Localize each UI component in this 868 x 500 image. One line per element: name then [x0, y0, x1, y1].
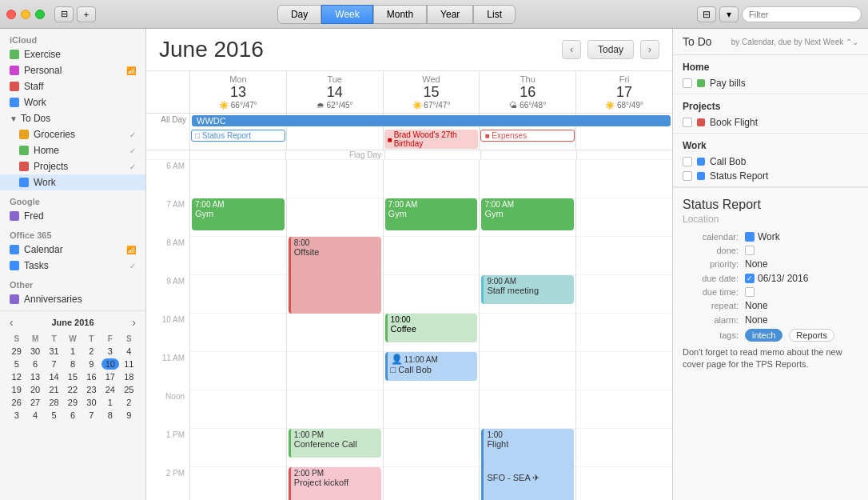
sidebar-item-anniversaries[interactable]: Anniversaries [0, 291, 145, 307]
mini-cal-day[interactable]: 6 [26, 358, 43, 370]
mini-cal-day[interactable]: 2 [83, 346, 100, 357]
mini-cal-day[interactable]: 20 [26, 384, 43, 395]
due-date-checkbox[interactable]: ✓ [745, 274, 755, 283]
tag-reports[interactable]: Reports [789, 329, 834, 342]
thu-gym-event[interactable]: 7:00 AM Gym [481, 198, 574, 230]
personal-checkbox[interactable] [10, 66, 19, 75]
next-week-button[interactable]: › [640, 40, 659, 59]
sidebar-item-home-todo[interactable]: Home ✓ [0, 142, 145, 158]
mini-cal-day[interactable]: 27 [26, 397, 43, 408]
mini-cal-day[interactable]: 5 [46, 410, 62, 421]
mini-cal-day[interactable]: 25 [121, 384, 137, 395]
tue-project-kickoff-event[interactable]: 2:00 PM Project kickoff [289, 467, 381, 500]
mini-cal-day[interactable]: 8 [102, 410, 118, 421]
mini-cal-day[interactable]: 18 [121, 371, 137, 382]
mini-cal-day[interactable]: 8 [64, 358, 81, 370]
mini-cal-day[interactable]: 13 [26, 371, 43, 382]
mini-cal-day[interactable]: 28 [46, 397, 62, 408]
sidebar-item-staff[interactable]: Staff [0, 78, 145, 94]
mini-cal-day[interactable]: 2 [121, 397, 137, 408]
mini-cal-day[interactable]: 4 [121, 346, 137, 357]
mon-gym-event[interactable]: 7:00 AM Gym [192, 198, 285, 230]
sidebar-item-work-icloud[interactable]: Work [0, 94, 145, 110]
calendar-o365-checkbox[interactable] [10, 245, 19, 254]
mini-cal-day[interactable]: 22 [64, 384, 81, 395]
work-icloud-checkbox[interactable] [10, 98, 19, 107]
mini-cal-day[interactable]: 29 [8, 346, 25, 357]
maximize-button[interactable] [35, 10, 45, 19]
done-checkbox[interactable] [745, 246, 755, 255]
tasks-checkbox[interactable] [10, 261, 19, 270]
mini-cal-day[interactable]: 14 [46, 371, 62, 382]
thu-flight-event[interactable]: 1:00 Flight SFO - SEA ✈ [481, 429, 574, 500]
mini-cal-prev[interactable]: ‹ [6, 316, 17, 329]
home-todo-checkbox[interactable] [19, 146, 29, 155]
todo-item-book-flight[interactable]: Book Flight [673, 115, 868, 130]
sidebar-item-exercise[interactable]: Exercise [0, 46, 145, 62]
todo-item-call-bob[interactable]: Call Bob [673, 154, 868, 169]
todo-item-pay-bills[interactable]: Pay bills [673, 76, 868, 90]
due-time-checkbox[interactable] [745, 287, 755, 297]
mini-cal-day[interactable]: 26 [8, 397, 25, 408]
view-chevron[interactable]: ▾ [719, 6, 739, 22]
sidebar-todos-header[interactable]: ▼ To Dos [0, 110, 145, 126]
mini-cal-day[interactable]: 1 [64, 346, 81, 357]
mini-cal-day[interactable]: 4 [26, 410, 43, 421]
mini-cal-day[interactable]: 9 [83, 358, 100, 370]
wed-gym-event[interactable]: 7:00 AM Gym [385, 198, 478, 230]
expenses-event[interactable]: ■ Expenses [480, 130, 575, 142]
sidebar-item-personal[interactable]: Personal 📶 [0, 62, 145, 78]
mini-cal-day[interactable]: 11 [121, 358, 137, 370]
tab-month[interactable]: Month [373, 5, 427, 24]
projects-checkbox[interactable] [19, 162, 29, 171]
sidebar-item-tasks[interactable]: Tasks ✓ [0, 258, 145, 274]
mini-cal-day[interactable]: 30 [83, 397, 100, 408]
mini-cal-day[interactable]: 29 [64, 397, 81, 408]
wed-coffee-event[interactable]: 10:00 Coffee [385, 314, 478, 342]
tue-offsite-event[interactable]: 8:00 Offsite [289, 237, 381, 314]
mini-cal-day[interactable]: 12 [8, 371, 25, 382]
work-todo-checkbox[interactable] [19, 178, 29, 187]
tab-week[interactable]: Week [321, 5, 372, 24]
mini-cal-day[interactable]: 9 [121, 410, 137, 421]
add-event-button[interactable]: + [77, 6, 96, 22]
wed-call-bob-event[interactable]: 👤 11:00 AM □ Call Bob [385, 352, 478, 381]
sidebar-item-projects[interactable]: Projects ✓ [0, 158, 145, 174]
book-flight-checkbox[interactable] [683, 118, 692, 127]
fred-checkbox[interactable] [10, 211, 19, 221]
mini-cal-day[interactable]: 1 [102, 397, 118, 408]
mini-cal-day[interactable]: 5 [8, 358, 25, 370]
sidebar-item-groceries[interactable]: Groceries ✓ [0, 126, 145, 142]
wwdc-event[interactable]: WWDC [192, 115, 671, 126]
anniversaries-checkbox[interactable] [10, 294, 19, 304]
mini-cal-day[interactable]: 24 [102, 384, 118, 395]
view-options-button[interactable]: ⊟ [697, 6, 716, 22]
sidebar-item-fred[interactable]: Fred [0, 208, 145, 224]
today-button[interactable]: Today [587, 40, 634, 59]
pay-bills-checkbox[interactable] [683, 78, 692, 88]
mini-cal-next[interactable]: › [129, 316, 139, 329]
call-bob-checkbox[interactable] [683, 157, 692, 166]
sidebar-item-calendar-o365[interactable]: Calendar 📶 [0, 242, 145, 258]
minimize-button[interactable] [21, 10, 30, 19]
tab-year[interactable]: Year [427, 5, 473, 24]
mini-cal-day[interactable]: 15 [64, 371, 81, 382]
mini-cal-day[interactable]: 16 [83, 371, 100, 382]
mini-cal-day[interactable]: 6 [64, 410, 81, 421]
exercise-checkbox[interactable] [10, 50, 19, 59]
mini-cal-day[interactable]: 19 [8, 384, 25, 395]
sidebar-item-work-todo[interactable]: Work [0, 174, 145, 190]
filter-input[interactable] [742, 6, 862, 22]
mini-cal-day[interactable]: 7 [83, 410, 100, 421]
mini-cal-day[interactable]: 31 [46, 346, 62, 357]
todo-item-status-report[interactable]: Status Report [673, 169, 868, 183]
mini-cal-day[interactable]: 7 [46, 358, 62, 370]
birthday-event[interactable]: ■ Brad Wood's 27th Birthday [384, 130, 479, 149]
mini-cal-day[interactable]: 3 [8, 410, 25, 421]
mini-cal-day[interactable]: 17 [102, 371, 118, 382]
prev-week-button[interactable]: ‹ [562, 40, 581, 59]
mini-cal-day[interactable]: 30 [26, 346, 43, 357]
tag-intech[interactable]: intech [745, 329, 782, 342]
tue-conference-call-event[interactable]: 1:00 PM Conference Call [289, 429, 381, 458]
mini-cal-day[interactable]: 3 [102, 346, 118, 357]
